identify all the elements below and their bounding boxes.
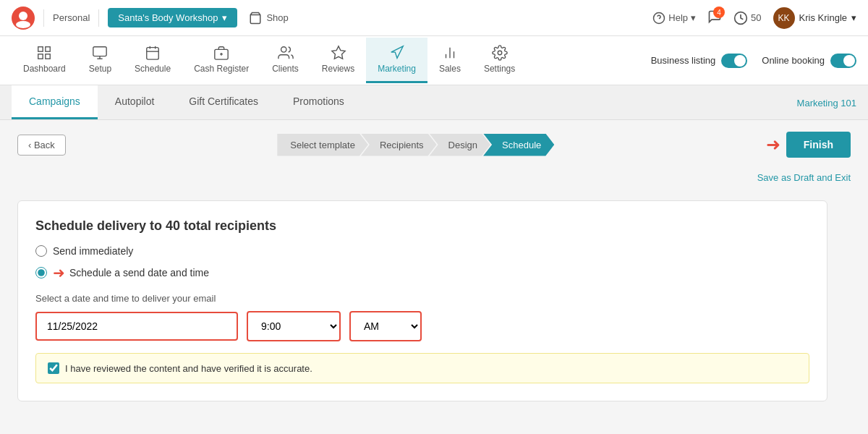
dashboard-icon: [36, 45, 52, 61]
tab-gift-certificates[interactable]: Gift Certificates: [171, 85, 276, 119]
divider2: [98, 9, 99, 27]
tabs-bar: Campaigns Autopilot Gift Certificates Pr…: [0, 85, 868, 120]
help-icon: [652, 12, 665, 25]
logo-icon: [12, 7, 35, 30]
settings-icon: [492, 45, 508, 61]
svg-rect-10: [38, 54, 43, 59]
register-icon: [213, 45, 229, 61]
reviews-icon: [331, 45, 346, 61]
nav-settings[interactable]: Settings: [472, 38, 527, 83]
tab-campaigns[interactable]: Campaigns: [12, 85, 98, 119]
online-booking-toggle-group: Online booking: [762, 54, 856, 68]
schedule-card: Schedule delivery to 40 total recipients…: [17, 200, 827, 401]
review-checkbox[interactable]: [48, 362, 59, 374]
tabs-right: Marketing 101: [797, 97, 856, 109]
nav-reviews[interactable]: Reviews: [310, 38, 366, 83]
svg-point-2: [16, 21, 30, 28]
field-label: Select a date and time to deliver your e…: [35, 293, 809, 304]
nav-right: Business listing Online booking: [651, 54, 856, 68]
personal-link[interactable]: Personal: [53, 12, 90, 23]
svg-rect-7: [38, 47, 43, 51]
svg-marker-22: [331, 46, 344, 59]
radio-group: Send immediately ➜ Schedule a send date …: [35, 245, 809, 281]
nav-cash-register[interactable]: Cash Register: [182, 38, 260, 83]
ampm-select[interactable]: AM PM: [349, 311, 422, 341]
tab-autopilot[interactable]: Autopilot: [98, 85, 171, 119]
draft-link-area: Save as Draft and Exit: [0, 169, 868, 189]
send-immediately-option[interactable]: Send immediately: [35, 245, 809, 257]
wizard-bar: ‹ Back Select template Recipients Design…: [0, 120, 868, 169]
online-booking-label: Online booking: [762, 55, 825, 66]
step-select-template[interactable]: Select template: [277, 134, 368, 156]
card-title: Schedule delivery to 40 total recipients: [35, 218, 809, 234]
finish-button[interactable]: Finish: [786, 132, 851, 158]
time-select[interactable]: 9:00 9:30 10:00 10:30: [247, 311, 341, 341]
send-immediately-radio[interactable]: [35, 245, 47, 257]
finish-area: ➜ Finish: [766, 132, 851, 158]
svg-rect-14: [147, 48, 159, 60]
user-menu[interactable]: KK Kris Kringle ▾: [773, 7, 856, 29]
sales-icon: [442, 45, 458, 61]
topbar-right: Help ▾ 4 50 KK Kris Kringle ▾: [652, 7, 856, 29]
arrow-annotation: ➜: [766, 135, 780, 155]
business-listing-toggle-group: Business listing: [651, 54, 748, 68]
input-row: 9:00 9:30 10:00 10:30 AM PM: [35, 311, 809, 341]
nav-dashboard[interactable]: Dashboard: [12, 38, 77, 83]
business-listing-label: Business listing: [651, 55, 716, 66]
top-bar: Personal Santa's Body Workshop ▾ Shop He…: [0, 0, 868, 36]
step-recipients[interactable]: Recipients: [361, 134, 437, 156]
cart-icon: [249, 12, 262, 25]
notifications-button[interactable]: 4: [707, 9, 722, 26]
svg-point-21: [281, 47, 286, 52]
setup-icon: [92, 45, 108, 61]
schedule-option[interactable]: ➜ Schedule a send date and time: [35, 264, 809, 281]
nav-clients[interactable]: Clients: [260, 38, 310, 83]
tab-promotions[interactable]: Promotions: [276, 85, 362, 119]
wizard-steps: Select template Recipients Design Schedu…: [75, 134, 757, 156]
main-nav: Dashboard Setup Schedule Cash Register C…: [0, 36, 868, 85]
date-input[interactable]: [35, 312, 238, 341]
notification-badge: 4: [713, 7, 725, 18]
nav-marketing[interactable]: Marketing: [366, 38, 427, 83]
business-switcher[interactable]: Santa's Body Workshop ▾: [108, 8, 237, 27]
divider: [43, 9, 44, 27]
svg-rect-8: [46, 47, 50, 51]
online-booking-toggle[interactable]: [830, 54, 856, 68]
schedule-icon: [145, 45, 161, 61]
marketing-101-link[interactable]: Marketing 101: [797, 98, 856, 109]
shop-link[interactable]: Shop: [249, 12, 288, 25]
content-area: Schedule delivery to 40 total recipients…: [0, 189, 868, 413]
coins-button[interactable]: 50: [733, 11, 761, 25]
clients-icon: [278, 45, 294, 61]
nav-schedule[interactable]: Schedule: [123, 38, 182, 83]
save-draft-link[interactable]: Save as Draft and Exit: [757, 172, 851, 183]
back-button[interactable]: ‹ Back: [17, 135, 66, 156]
svg-point-26: [498, 51, 502, 55]
coins-icon: [733, 11, 748, 25]
nav-sales[interactable]: Sales: [427, 38, 472, 83]
user-avatar: KK: [773, 7, 795, 29]
step-schedule[interactable]: Schedule: [483, 134, 554, 156]
help-button[interactable]: Help ▾: [652, 12, 696, 25]
svg-point-1: [19, 12, 27, 20]
schedule-arrow: ➜: [53, 264, 65, 281]
svg-rect-11: [93, 47, 106, 56]
nav-setup[interactable]: Setup: [77, 38, 123, 83]
svg-rect-9: [46, 54, 50, 59]
step-design[interactable]: Design: [430, 134, 490, 156]
review-checkbox-row: I have reviewed the content and have ver…: [35, 353, 809, 383]
marketing-icon: [389, 45, 405, 61]
schedule-radio[interactable]: [35, 267, 47, 278]
business-listing-toggle[interactable]: [721, 54, 747, 68]
